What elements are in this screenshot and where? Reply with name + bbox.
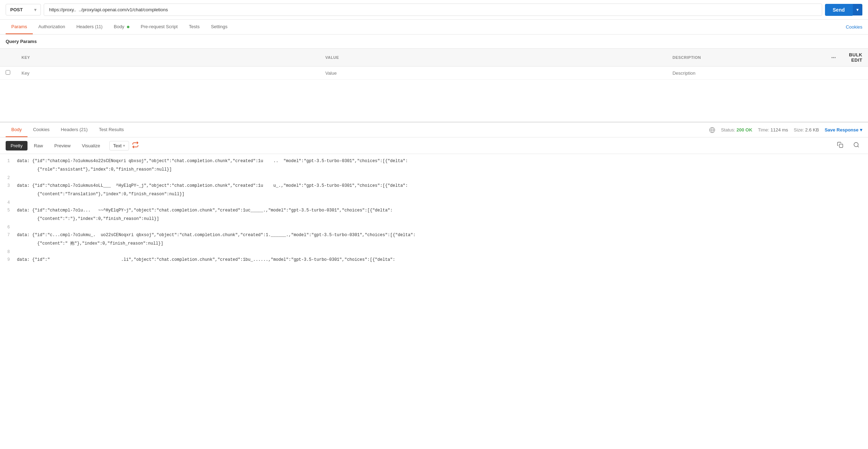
checkbox-col-header [0,49,16,67]
line-content: data: {"id":"chatcmpl-7o1ukmus4oLL___ ^H… [14,182,411,190]
response-meta: Status: 200 OK Time: 1124 ms Size: 2.6 K… [709,127,862,133]
format-bar: Pretty Raw Preview Visualize Text ▾ [0,137,868,154]
tab-settings[interactable]: Settings [205,20,233,34]
desc-col-header: DESCRIPTION [667,49,826,67]
code-line-continuation: {"content":":"},"index":0,"finish_reason… [0,215,868,223]
code-line: 5data: {"id":"chatcmpl-7o1u... ~~^HyElqP… [0,206,868,215]
line-content-continuation: {"role":"assistant"},"index":0,"finish_r… [14,165,175,174]
search-icon[interactable] [850,140,862,151]
line-number: 1 [0,157,14,165]
tab-prerequest[interactable]: Pre-request Script [135,20,183,34]
line-number: 5 [0,206,14,215]
format-type-select[interactable]: Text ▾ [109,141,129,150]
svg-point-4 [854,142,858,147]
request-tab-bar: Params Authorization Headers (11) Body P… [0,20,868,35]
desc-input[interactable] [672,70,820,76]
line-number: 3 [0,182,14,190]
tab-headers[interactable]: Headers (11) [71,20,108,34]
tab-tests[interactable]: Tests [183,20,205,34]
line-content: data: {"id":"chatcmpl-7o1u... ~~^HyElqPY… [14,206,396,215]
code-line-empty: 6 [0,223,868,231]
line-content-continuation: {"content":"Translation"},"index":0,"fin… [14,190,187,198]
line-content: data: {"id":"c...cmpl-7o1ukmu_. uo22sCEN… [14,231,418,239]
preview-button[interactable]: Preview [49,141,75,150]
size-meta: Size: 2.6 KB [794,127,819,133]
raw-button[interactable]: Raw [29,141,48,150]
bottom-panel: Body Cookies Headers (21) Test Results S… [0,122,868,267]
code-line: 9data: {"id":" .li","object":"chat.compl… [0,256,868,264]
code-line-continuation: {"role":"assistant"},"index":0,"finish_r… [0,165,868,174]
query-params-header: Query Params [0,35,868,49]
send-main-button[interactable]: Send [825,4,852,16]
table-row [0,67,868,80]
copy-icon[interactable] [834,140,846,151]
time-meta: Time: 1124 ms [758,127,788,133]
cookies-link[interactable]: Cookies [846,24,862,30]
svg-line-5 [857,146,858,147]
value-input[interactable] [325,70,661,76]
save-response-button[interactable]: Save Response ▾ [825,127,862,133]
response-tab-bar: Body Cookies Headers (21) Test Results S… [0,123,868,137]
code-line: 1data: {"id":"chatcmpl-7o1ukmus4o22sCENo… [0,157,868,165]
tab-response-headers[interactable]: Headers (21) [55,123,93,137]
tab-params[interactable]: Params [6,20,33,34]
row-checkbox-input[interactable] [6,70,10,75]
method-select[interactable]: POST ▾ [6,4,41,16]
url-input[interactable] [44,4,822,16]
desc-cell[interactable] [667,67,826,80]
key-cell[interactable] [16,67,320,80]
three-dots-icon[interactable]: ••• [831,55,836,60]
status-label: Status: 200 OK [721,127,752,133]
visualize-button[interactable]: Visualize [77,141,105,150]
tab-response-body[interactable]: Body [6,123,27,137]
code-line: 7data: {"id":"c...cmpl-7o1ukmu_. uo22sCE… [0,231,868,239]
line-content: data: {"id":" .li","object":"chat.comple… [14,256,398,264]
tab-response-cookies[interactable]: Cookies [27,123,55,137]
method-label: POST [10,7,23,12]
value-cell[interactable] [320,67,667,80]
key-input[interactable] [22,70,314,76]
wrap-icon[interactable] [132,141,139,150]
request-tabs: Params Authorization Headers (11) Body P… [6,20,233,34]
line-content-continuation: {"content":":"},"index":0,"finish_reason… [14,215,162,223]
code-line-empty: 4 [0,198,868,206]
body-dot [127,26,129,28]
table-header-row: KEY VALUE DESCRIPTION ••• Bulk Edit [0,49,868,67]
top-bar: POST ▾ Send ▾ [0,0,868,20]
code-line-empty: 2 [0,174,868,182]
code-line-continuation: {"content":"Translation"},"index":0,"fin… [0,190,868,198]
send-button-group: Send ▾ [825,4,862,16]
send-dropdown-button[interactable]: ▾ [852,4,862,16]
line-number: 9 [0,256,14,264]
row-actions [826,67,868,80]
code-line-empty: 8 [0,248,868,256]
row-checkbox[interactable] [0,67,16,80]
bulk-edit-button[interactable]: Bulk Edit [843,52,862,63]
tab-test-results[interactable]: Test Results [93,123,130,137]
method-chevron: ▾ [34,7,36,12]
line-content: data: {"id":"chatcmpl-7o1ukmus4o22sCENoq… [14,157,411,165]
line-number: 7 [0,231,14,239]
svg-rect-3 [839,144,843,148]
value-col-header: VALUE [320,49,667,67]
code-line-continuation: {"content":" 抱"},"index":0,"finish_reaso… [0,239,868,248]
empty-params-area [0,80,868,122]
pretty-button[interactable]: Pretty [6,141,27,150]
response-code-area: 1data: {"id":"chatcmpl-7o1ukmus4o22sCENo… [0,154,868,267]
tab-body[interactable]: Body [108,20,135,34]
globe-icon [709,127,715,133]
actions-col-header: ••• Bulk Edit [826,49,868,67]
tab-authorization[interactable]: Authorization [33,20,71,34]
params-table: KEY VALUE DESCRIPTION ••• Bulk Edit [0,49,868,80]
key-col-header: KEY [16,49,320,67]
line-content-continuation: {"content":" 抱"},"index":0,"finish_reaso… [14,239,166,248]
code-line: 3data: {"id":"chatcmpl-7o1ukmus4oLL___ ^… [0,182,868,190]
